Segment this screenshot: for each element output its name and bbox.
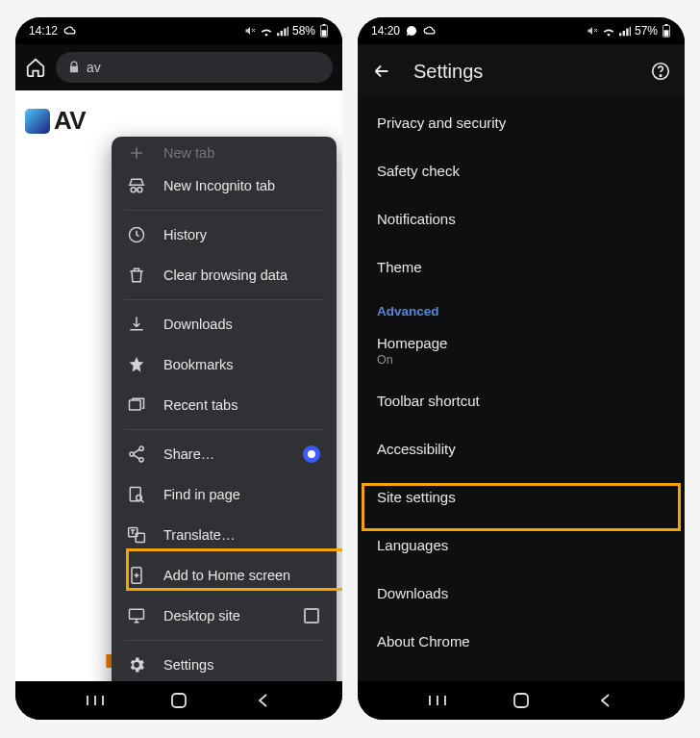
setting-item-languages[interactable]: Languages	[358, 521, 685, 569]
home-button[interactable]	[511, 690, 532, 711]
menu-label: New tab	[163, 145, 214, 161]
star-icon	[127, 355, 146, 374]
translate-icon	[127, 525, 146, 545]
add-home-icon	[127, 566, 146, 585]
download-icon	[127, 315, 146, 334]
setting-item-notifications[interactable]: Notifications	[358, 194, 685, 242]
svg-rect-23	[172, 694, 186, 707]
recent-tabs-icon	[127, 395, 146, 415]
menu-item-new-tab[interactable]: New tab	[112, 140, 337, 165]
mute-icon	[244, 25, 256, 37]
search-icon	[127, 485, 146, 504]
setting-item-downloads[interactable]: Downloads	[358, 569, 685, 617]
menu-item-incognito[interactable]: New Incognito tab	[112, 165, 337, 206]
signal-icon	[277, 26, 288, 37]
chrome-toolbar: av	[15, 44, 342, 90]
svg-rect-4	[323, 24, 326, 25]
omnibox-text: av	[87, 60, 101, 75]
svg-point-6	[138, 188, 142, 192]
desktop-checkbox[interactable]	[302, 606, 321, 625]
home-icon[interactable]	[25, 57, 46, 78]
android-navbar	[358, 681, 685, 720]
menu-item-find[interactable]: Find in page	[112, 474, 337, 515]
settings-title: Settings	[413, 61, 629, 83]
menu-item-clear-data[interactable]: Clear browsing data	[112, 255, 337, 295]
wifi-icon	[602, 26, 615, 37]
back-button[interactable]	[594, 690, 615, 711]
desktop-icon	[127, 606, 146, 625]
svg-rect-28	[665, 24, 668, 25]
cloud-icon	[63, 26, 77, 36]
status-battery-pct: 57%	[635, 24, 658, 38]
setting-item-site-settings[interactable]: Site settings	[358, 472, 685, 521]
omnibox[interactable]: av	[56, 52, 333, 83]
avg-logo-icon	[25, 109, 50, 134]
page-content-area: AV anti b Get powerf viruses ant JUN 202…	[15, 90, 342, 681]
home-button[interactable]	[168, 690, 189, 711]
setting-item-safety[interactable]: Safety check	[358, 146, 685, 194]
help-icon[interactable]	[650, 61, 671, 82]
setting-item-toolbar[interactable]: Toolbar shortcut	[358, 376, 685, 424]
svg-rect-17	[130, 609, 144, 619]
recents-button[interactable]	[85, 690, 106, 711]
menu-item-history[interactable]: History	[112, 215, 337, 255]
menu-item-translate[interactable]: Translate…	[112, 515, 337, 555]
menu-item-downloads[interactable]: Downloads	[112, 304, 337, 344]
section-advanced: Advanced	[358, 291, 685, 324]
settings-header: Settings	[358, 44, 685, 98]
history-icon	[127, 225, 146, 244]
avg-logo-text: AV	[54, 106, 86, 136]
menu-divider	[125, 429, 323, 430]
menu-item-add-home[interactable]: Add to Home screen	[112, 555, 337, 596]
svg-rect-27	[664, 30, 669, 36]
status-time: 14:20	[371, 24, 400, 38]
android-navbar	[15, 681, 342, 720]
menu-item-share[interactable]: Share…	[112, 434, 337, 474]
setting-label: Toolbar shortcut	[377, 393, 665, 409]
menu-label: Find in page	[163, 487, 240, 502]
setting-item-about[interactable]: About Chrome	[358, 617, 685, 665]
menu-item-settings[interactable]: Settings	[112, 645, 337, 681]
setting-label: Theme	[377, 259, 665, 275]
menu-label: Downloads	[163, 317, 233, 332]
setting-label: Safety check	[377, 163, 665, 179]
setting-label: Languages	[377, 537, 665, 553]
menu-item-bookmarks[interactable]: Bookmarks	[112, 344, 337, 385]
plus-icon	[127, 143, 146, 163]
status-bar: 14:20 57%	[358, 17, 685, 44]
menu-label: Clear browsing data	[163, 267, 288, 283]
share-app-icon	[302, 445, 321, 464]
setting-item-accessibility[interactable]: Accessibility	[358, 424, 685, 472]
menu-label: New Incognito tab	[163, 178, 275, 193]
svg-point-30	[660, 75, 661, 76]
phone-right: 14:20 57% Settings Privacy and security …	[358, 17, 685, 720]
menu-item-recent-tabs[interactable]: Recent tabs	[112, 385, 337, 425]
battery-icon	[662, 24, 671, 38]
share-icon	[127, 445, 146, 464]
trash-icon	[127, 266, 146, 285]
whatsapp-icon	[406, 25, 417, 37]
svg-rect-8	[130, 400, 141, 410]
menu-item-desktop-site[interactable]: Desktop site	[112, 596, 337, 636]
menu-label: Translate…	[163, 527, 235, 543]
gear-icon	[127, 655, 146, 674]
setting-label: Homepage	[377, 335, 665, 351]
svg-point-5	[131, 188, 136, 192]
menu-label: Add to Home screen	[163, 568, 290, 583]
back-button[interactable]	[252, 690, 273, 711]
status-battery-pct: 58%	[292, 24, 315, 38]
setting-label: Site settings	[377, 489, 665, 505]
setting-item-homepage[interactable]: Homepage On	[358, 324, 685, 376]
setting-label: About Chrome	[377, 633, 665, 649]
back-arrow-icon[interactable]	[371, 61, 392, 82]
setting-item-privacy[interactable]: Privacy and security	[358, 98, 685, 146]
setting-sublabel: On	[377, 353, 665, 367]
setting-item-theme[interactable]: Theme	[358, 242, 685, 291]
setting-label: Downloads	[377, 585, 665, 601]
settings-list[interactable]: Privacy and security Safety check Notifi…	[358, 98, 685, 681]
menu-label: Recent tabs	[163, 397, 238, 413]
recents-button[interactable]	[427, 690, 448, 711]
status-time: 14:12	[29, 24, 58, 38]
signal-icon	[619, 26, 631, 37]
menu-label: Desktop site	[163, 608, 240, 623]
